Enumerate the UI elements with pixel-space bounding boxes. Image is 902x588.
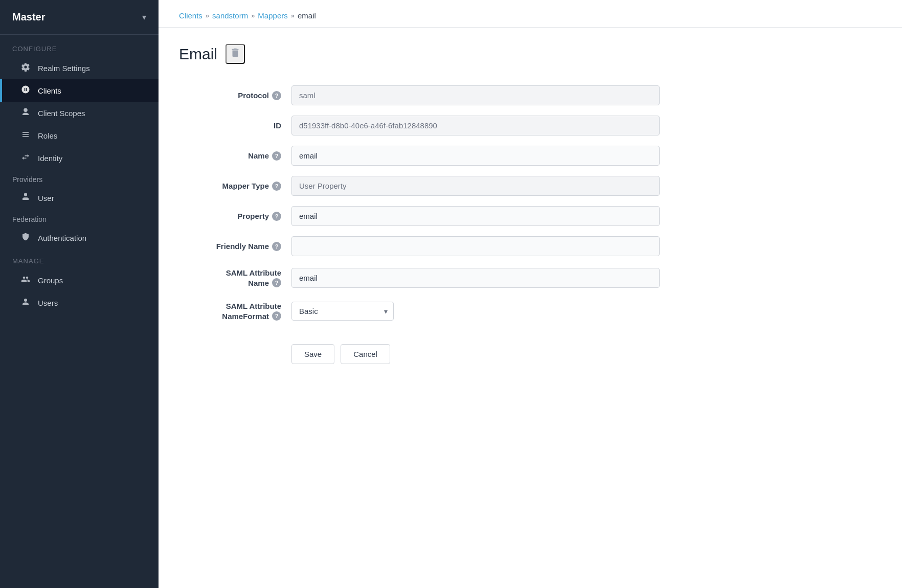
sidebar-header[interactable]: Master ▾ [0,0,159,35]
user-provider-icon [20,192,31,203]
breadcrumb-sep-2: » [251,12,255,19]
sidebar: Master ▾ Configure Realm Settings Client… [0,0,159,588]
mapper-type-help-icon[interactable]: ? [272,182,281,191]
chevron-down-icon: ▾ [142,12,146,22]
providers-section-label: Providers [0,169,159,187]
saml-attribute-name-help-icon[interactable]: ? [272,278,281,287]
friendly-name-input[interactable] [291,236,660,256]
sidebar-item-realm-settings-label: Realm Settings [38,64,90,73]
breadcrumb-sep-3: » [291,12,295,19]
breadcrumb-clients[interactable]: Clients [179,11,202,20]
saml-attribute-nameformat-field: Basic URI Reference Unspecified [291,295,690,328]
name-field [291,141,690,171]
breadcrumb-mappers[interactable]: Mappers [258,11,287,20]
client-scopes-icon [20,107,31,119]
property-label: Property ? [179,201,291,231]
delete-button[interactable] [226,44,245,64]
realm-name: Master [12,11,45,23]
property-help-icon[interactable]: ? [272,212,281,221]
name-help-icon[interactable]: ? [272,151,281,161]
sidebar-item-client-scopes[interactable]: Client Scopes [0,102,159,124]
realm-settings-icon [20,62,31,74]
form-actions: Save Cancel [179,332,882,364]
groups-icon [20,275,31,286]
sidebar-item-roles[interactable]: Roles [0,124,159,147]
protocol-help-icon[interactable]: ? [272,91,281,100]
sidebar-item-user-label: User [38,194,54,202]
breadcrumb-sep-1: » [206,12,209,19]
sidebar-item-groups[interactable]: Groups [0,269,159,291]
protocol-label: Protocol ? [179,80,291,110]
saml-attribute-name-input[interactable] [291,268,660,288]
page-title: Email [179,46,217,63]
page-title-row: Email [179,44,882,64]
sidebar-item-clients-label: Clients [38,86,61,95]
breadcrumb: Clients » sandstorm » Mappers » email [159,0,902,28]
saml-nameformat-select-wrapper: Basic URI Reference Unspecified [291,302,394,321]
name-input[interactable] [291,146,660,166]
save-button[interactable]: Save [291,344,334,364]
form: Protocol ? ID Name ? Mapp [179,80,690,328]
saml-attribute-name-field [291,261,690,295]
sidebar-item-authentication-label: Authentication [38,234,86,242]
friendly-name-field [291,231,690,261]
saml-nameformat-select[interactable]: Basic URI Reference Unspecified [291,302,394,321]
sidebar-item-identity-label: Identity [38,154,62,163]
main-content: Clients » sandstorm » Mappers » email Em… [159,0,902,588]
sidebar-item-users[interactable]: Users [0,291,159,314]
content-area: Email Protocol ? ID Name [159,28,902,588]
property-field [291,201,690,231]
id-label: ID [179,110,291,141]
sidebar-item-groups-label: Groups [38,276,63,285]
mapper-type-field [291,171,690,201]
saml-attribute-nameformat-label: SAML Attribute NameFormat ? [179,295,291,328]
sidebar-item-user[interactable]: User [0,187,159,209]
clients-icon [20,85,31,96]
protocol-field [291,80,690,110]
mapper-type-label: Mapper Type ? [179,171,291,201]
sidebar-item-realm-settings[interactable]: Realm Settings [0,57,159,79]
saml-attribute-nameformat-help-icon[interactable]: ? [272,311,281,321]
svg-point-2 [24,193,27,196]
property-input[interactable] [291,206,660,226]
sidebar-item-client-scopes-label: Client Scopes [38,109,85,118]
users-icon [20,297,31,308]
breadcrumb-sandstorm[interactable]: sandstorm [212,11,248,20]
id-field [291,110,690,141]
roles-icon [20,130,31,141]
authentication-icon [20,232,31,243]
federation-section-label: Federation [0,209,159,227]
friendly-name-help-icon[interactable]: ? [272,242,281,251]
protocol-input[interactable] [291,85,660,105]
sidebar-item-authentication[interactable]: Authentication [0,227,159,249]
name-label: Name ? [179,141,291,171]
sidebar-item-clients[interactable]: Clients [0,79,159,102]
configure-section-label: Configure [0,35,159,57]
id-input[interactable] [291,116,660,135]
manage-section-label: Manage [0,249,159,269]
saml-attribute-name-label: SAML Attribute Name ? [179,261,291,295]
sidebar-item-identity[interactable]: Identity [0,147,159,169]
breadcrumb-current: email [298,11,316,20]
sidebar-item-roles-label: Roles [38,131,57,140]
sidebar-item-users-label: Users [38,299,58,307]
mapper-type-input [291,176,660,196]
cancel-button[interactable]: Cancel [341,344,390,364]
identity-icon [20,152,31,164]
friendly-name-label: Friendly Name ? [179,231,291,261]
